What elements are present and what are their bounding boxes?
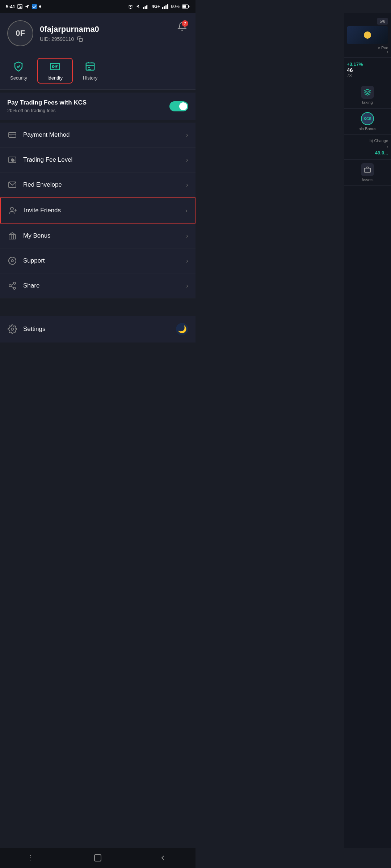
svg-rect-8 xyxy=(164,6,165,9)
svg-point-26 xyxy=(11,260,13,262)
nav-icons-row: Security Identity History xyxy=(0,55,196,90)
nav-identity[interactable]: Identity xyxy=(37,58,73,84)
settings-row[interactable]: Settings 🌙 xyxy=(0,316,196,342)
svg-rect-4 xyxy=(143,7,144,9)
profile-header: 0F 0fajarpurnama0 UID: 29590110 7 xyxy=(0,13,196,55)
menu-item-share[interactable]: Share › xyxy=(0,273,196,298)
alarm-icon xyxy=(128,4,133,9)
support-label: Support xyxy=(23,257,180,264)
svg-rect-24 xyxy=(9,235,16,239)
share-label: Share xyxy=(23,282,180,289)
profile-uid: UID: 29590110 xyxy=(40,36,99,42)
svg-rect-5 xyxy=(144,6,146,9)
copy-uid-icon[interactable] xyxy=(77,36,83,42)
svg-rect-6 xyxy=(146,5,147,9)
arrow-status-icon xyxy=(25,4,30,9)
checkbox-status-icon xyxy=(31,4,37,9)
security-icon xyxy=(13,61,24,72)
history-icon xyxy=(84,61,96,72)
share-arrow: › xyxy=(186,282,188,290)
status-left: 5:41 xyxy=(6,4,41,9)
payment-method-arrow: › xyxy=(186,131,188,139)
menu-item-payment-method[interactable]: Payment Method › xyxy=(0,123,196,148)
security-label: Security xyxy=(10,75,27,81)
menu-item-support[interactable]: Support › xyxy=(0,248,196,273)
status-bar: 5:41 4G+ 60% xyxy=(0,0,196,13)
image-status-icon xyxy=(17,4,23,9)
battery-text: 60% xyxy=(171,4,180,9)
status-right: 4G+ 60% xyxy=(128,4,190,9)
kcs-title: Pay Trading Fees with KCS xyxy=(7,99,87,106)
trading-fee-arrow: › xyxy=(186,156,188,164)
invite-friends-arrow: › xyxy=(185,207,188,214)
main-panel: 0F 0fajarpurnama0 UID: 29590110 7 xyxy=(0,13,196,368)
kcs-toggle-switch[interactable] xyxy=(169,101,188,111)
network-type: 4G+ xyxy=(152,4,160,9)
status-dot xyxy=(39,5,41,8)
svg-rect-12 xyxy=(182,5,186,8)
settings-icon xyxy=(7,324,17,334)
menu-list: Payment Method › % Trading Fee Level › xyxy=(0,123,196,298)
notification-count: 7 xyxy=(182,20,188,27)
red-envelope-label: Red Envelope xyxy=(23,181,180,188)
my-bonus-arrow: › xyxy=(186,232,188,240)
svg-point-23 xyxy=(10,207,13,210)
identity-label: Identity xyxy=(47,75,63,81)
dark-mode-icon[interactable]: 🌙 xyxy=(176,323,188,335)
support-arrow: › xyxy=(186,257,188,265)
profile-info: 0fajarpurnama0 UID: 29590110 xyxy=(40,25,99,42)
mute-icon xyxy=(135,4,141,9)
red-envelope-arrow: › xyxy=(186,181,188,189)
payment-method-label: Payment Method xyxy=(23,131,180,139)
signal-icon xyxy=(143,4,150,9)
my-bonus-icon xyxy=(7,231,17,241)
kcs-info: Pay Trading Fees with KCS 20% off on tra… xyxy=(7,99,87,113)
battery-icon xyxy=(182,4,190,9)
kcs-toggle-row: Pay Trading Fees with KCS 20% off on tra… xyxy=(0,93,196,120)
svg-rect-14 xyxy=(79,38,83,42)
history-label: History xyxy=(83,75,97,81)
menu-item-my-bonus[interactable]: My Bonus › xyxy=(0,224,196,248)
menu-item-trading-fee[interactable]: % Trading Fee Level › xyxy=(0,148,196,173)
settings-label: Settings xyxy=(23,326,45,333)
menu-item-red-envelope[interactable]: Red Envelope › xyxy=(0,173,196,197)
red-envelope-icon xyxy=(7,180,17,190)
svg-text:%: % xyxy=(12,159,14,162)
invite-friends-icon xyxy=(8,205,18,216)
support-icon xyxy=(7,256,17,266)
profile-name: 0fajarpurnama0 xyxy=(40,25,99,34)
svg-rect-9 xyxy=(165,5,167,9)
nav-security[interactable]: Security xyxy=(0,58,37,84)
kcs-subtitle: 20% off on trading fees xyxy=(7,108,87,113)
svg-rect-18 xyxy=(9,132,16,137)
notification-bell[interactable]: 7 xyxy=(175,20,189,33)
my-bonus-label: My Bonus xyxy=(23,232,180,239)
signal2-icon xyxy=(162,4,169,9)
menu-item-invite-friends[interactable]: Invite Friends › xyxy=(0,197,196,224)
avatar: 0F xyxy=(7,20,33,46)
toggle-knob xyxy=(179,102,187,110)
settings-left: Settings xyxy=(7,324,45,334)
nav-history[interactable]: History xyxy=(73,58,108,84)
svg-rect-10 xyxy=(167,4,168,9)
payment-method-icon xyxy=(7,130,17,140)
identity-icon xyxy=(49,61,61,72)
invite-friends-label: Invite Friends xyxy=(24,207,180,214)
svg-point-27 xyxy=(11,328,14,331)
svg-point-1 xyxy=(19,5,20,6)
share-icon xyxy=(7,281,17,291)
svg-point-16 xyxy=(52,66,54,68)
trading-fee-label: Trading Fee Level xyxy=(23,156,180,163)
svg-rect-13 xyxy=(189,6,189,7)
trading-fee-icon: % xyxy=(7,155,17,165)
status-time: 5:41 xyxy=(6,4,15,9)
svg-rect-7 xyxy=(162,7,163,9)
